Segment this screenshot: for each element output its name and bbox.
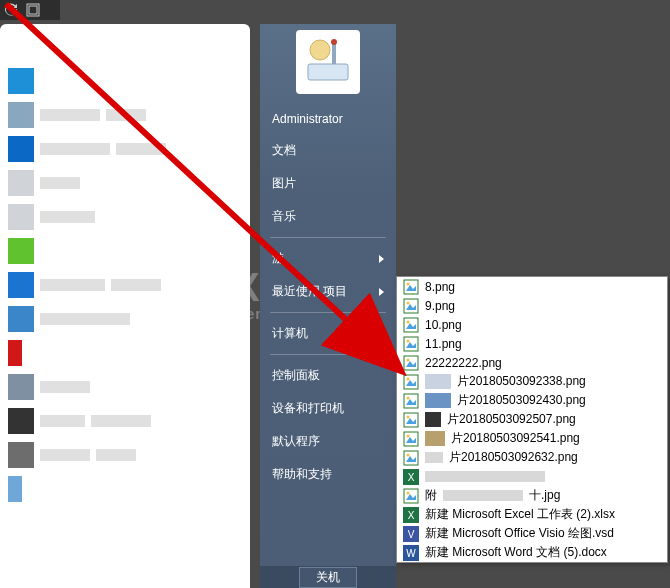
program-icon (8, 306, 34, 332)
program-item[interactable] (8, 168, 242, 198)
sidebar-item[interactable]: 游 (260, 242, 396, 275)
program-label (40, 279, 105, 291)
program-icon (8, 170, 34, 196)
user-picture[interactable] (296, 30, 360, 94)
svg-text:V: V (408, 529, 415, 540)
file-name: 11.png (425, 337, 462, 351)
sidebar-item[interactable]: 图片 (260, 167, 396, 200)
pixelated-text (425, 452, 443, 463)
sidebar-item[interactable]: 设备和打印机 (260, 392, 396, 425)
recent-file-item[interactable]: 片20180503092507.png (397, 410, 667, 429)
image-icon (403, 412, 419, 428)
program-label (106, 109, 146, 121)
file-name: 片20180503092430.png (457, 392, 586, 409)
recent-file-item[interactable]: 22222222.png (397, 353, 667, 372)
program-label (40, 449, 90, 461)
program-icon (8, 408, 34, 434)
sidebar-item[interactable]: 最近使用 项目 (260, 275, 396, 308)
image-icon (403, 355, 419, 371)
excel-icon: X (403, 469, 419, 485)
sidebar-user[interactable]: Administrator (260, 104, 396, 134)
sidebar-item[interactable]: 音乐 (260, 200, 396, 233)
file-name: 8.png (425, 280, 455, 294)
recent-file-item[interactable]: 8.png (397, 277, 667, 296)
recent-file-item[interactable]: X (397, 467, 667, 486)
program-item[interactable] (8, 32, 242, 62)
file-name: 附 (425, 487, 437, 504)
fullscreen-icon[interactable] (26, 3, 40, 17)
file-name: 9.png (425, 299, 455, 313)
recent-files-flyout: 8.png9.png10.png11.png22222222.png片20180… (396, 276, 668, 563)
svg-text:X: X (408, 510, 415, 521)
svg-point-26 (407, 396, 410, 399)
file-name: 十.jpg (529, 487, 560, 504)
file-name: 新建 Microsoft Word 文档 (5).docx (425, 544, 607, 561)
recent-file-item[interactable]: 9.png (397, 296, 667, 315)
program-label (91, 415, 151, 427)
program-item[interactable] (8, 304, 242, 334)
program-item[interactable] (8, 100, 242, 130)
recent-file-item[interactable]: W新建 Microsoft Word 文档 (5).docx (397, 543, 667, 562)
sidebar-item[interactable]: 帮助和支持 (260, 458, 396, 491)
recent-file-item[interactable]: 附十.jpg (397, 486, 667, 505)
file-name: 新建 Microsoft Office Visio 绘图.vsd (425, 525, 614, 542)
pixelated-text (443, 490, 523, 501)
sidebar-item[interactable]: 文档 (260, 134, 396, 167)
sidebar-item[interactable]: 默认程序 (260, 425, 396, 458)
svg-point-8 (407, 282, 410, 285)
program-item[interactable] (8, 270, 242, 300)
sidebar-item-label: 控制面板 (272, 367, 320, 384)
file-thumbnail (425, 431, 445, 446)
image-icon (403, 393, 419, 409)
program-item[interactable] (8, 440, 242, 470)
svg-text:W: W (406, 548, 416, 559)
recent-file-item[interactable]: V新建 Microsoft Office Visio 绘图.vsd (397, 524, 667, 543)
program-icon (8, 272, 34, 298)
sidebar-item-label: 最近使用 项目 (272, 283, 347, 300)
start-menu-programs (0, 24, 250, 588)
recent-file-item[interactable]: 片20180503092338.png (397, 372, 667, 391)
image-icon (403, 431, 419, 447)
program-item[interactable] (8, 338, 242, 368)
program-item[interactable] (8, 202, 242, 232)
recent-file-item[interactable]: 片20180503092541.png (397, 429, 667, 448)
program-label (116, 143, 166, 155)
app-toolbar (0, 0, 60, 20)
file-thumbnail (425, 412, 441, 427)
image-icon (403, 317, 419, 333)
svg-point-5 (331, 39, 337, 45)
sidebar-item-label: 计算机 (272, 325, 308, 342)
recent-file-item[interactable]: 10.png (397, 315, 667, 334)
svg-text:X: X (408, 472, 415, 483)
svg-point-29 (407, 415, 410, 418)
program-item[interactable] (8, 372, 242, 402)
excel-icon: X (403, 507, 419, 523)
shutdown-button[interactable]: 关机 (299, 567, 357, 588)
program-item[interactable] (8, 406, 242, 436)
program-item[interactable] (8, 236, 242, 266)
program-label (40, 415, 85, 427)
svg-point-17 (407, 339, 410, 342)
program-icon (8, 476, 22, 502)
program-label (40, 143, 110, 155)
file-name: 10.png (425, 318, 462, 332)
rotate-icon[interactable] (4, 3, 18, 17)
image-icon (403, 450, 419, 466)
recent-file-item[interactable]: 片20180503092430.png (397, 391, 667, 410)
sidebar-item[interactable]: 计算机 (260, 317, 396, 350)
recent-file-item[interactable]: 片20180503092632.png (397, 448, 667, 467)
program-label (40, 177, 80, 189)
program-item[interactable] (8, 474, 242, 504)
recent-file-item[interactable]: 11.png (397, 334, 667, 353)
shutdown-bar: 关机 (260, 566, 396, 588)
program-icon (8, 238, 34, 264)
sidebar-item[interactable]: 控制面板 (260, 359, 396, 392)
file-thumbnail (425, 393, 451, 408)
program-label (111, 279, 161, 291)
program-label (40, 381, 90, 393)
pixelated-text (425, 471, 545, 482)
program-item[interactable] (8, 66, 242, 96)
recent-file-item[interactable]: X新建 Microsoft Excel 工作表 (2).xlsx (397, 505, 667, 524)
program-item[interactable] (8, 134, 242, 164)
svg-point-11 (407, 301, 410, 304)
